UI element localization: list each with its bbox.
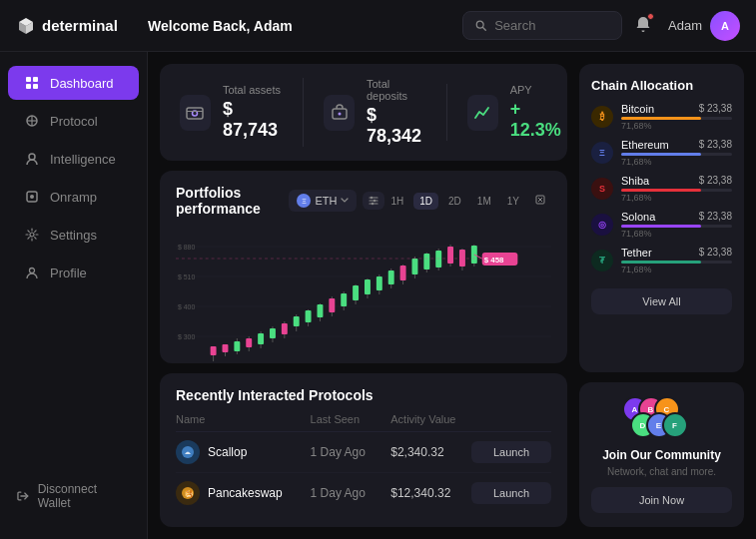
join-now-button[interactable]: Join Now [591,487,732,513]
apy-label: APY [510,84,567,96]
chain-item-ethereum: Ξ Ethereum $ 23,38 71,68% [591,139,732,167]
chart-area: $ 880 $ 510 $ 400 $ 300 $ 100 [176,227,551,363]
sidebar-label-protocol: Protocol [50,114,98,129]
scallop-last-seen: 1 Day Ago [311,445,391,459]
svg-rect-64 [353,285,359,300]
svg-point-9 [29,154,35,160]
search-input[interactable] [494,18,609,33]
apy-value: + 12.3% [510,99,567,141]
scallop-launch-button[interactable]: Launch [471,441,551,463]
svg-rect-50 [270,328,276,338]
time-1h[interactable]: 1H [384,193,409,210]
chart-title: Portfolios performance [176,185,289,217]
dashboard-icon [24,75,40,91]
bitcoin-icon: ₿ [591,106,613,128]
eth-selector[interactable]: Ξ ETH [289,190,357,212]
svg-text:$ 300: $ 300 [178,333,195,340]
svg-text:🥞: 🥞 [185,489,194,498]
eth-label: ETH [315,195,337,207]
svg-rect-66 [365,279,371,294]
sidebar-label-profile: Profile [50,266,87,280]
chart-settings[interactable] [363,192,384,210]
time-2d[interactable]: 2D [442,193,467,210]
tether-info: Tether $ 23,38 71,68% [621,247,732,274]
protocol-name-scallop: Scallop [176,440,311,464]
stat-assets-info: Total assets $ 87,743 [223,84,283,141]
onramp-icon [24,189,40,205]
svg-rect-54 [294,316,300,326]
stat-total-deposits: Total deposits $ 78,342 [303,78,426,147]
shiba-info: Shiba $ 23,38 71,68% [621,175,732,203]
svg-rect-15 [187,108,203,119]
assets-value: $ 87,743 [223,99,283,141]
svg-rect-40 [211,346,217,355]
sidebar-item-onramp[interactable]: Onramp [8,180,139,214]
search-bar[interactable] [462,11,622,40]
tether-name: Tether [621,247,652,259]
content: Total assets $ 87,743 Total deposits [148,52,756,539]
svg-rect-80 [447,247,453,264]
chevron-down-icon [341,197,349,205]
bitcoin-pct: 71,68% [621,121,732,131]
svg-rect-4 [26,84,31,89]
ethereum-bar [621,153,701,156]
tether-bar [621,261,701,264]
bell-button[interactable] [634,15,652,36]
intelligence-icon [24,151,40,167]
sidebar-bottom: Disconnect Wallet [0,465,147,527]
disconnect-label: Disconnect Wallet [38,482,131,510]
svg-text:$ 880: $ 880 [178,244,195,251]
svg-rect-76 [423,254,429,270]
logo-text: determinal [42,17,118,34]
protocol-avatar-pancakeswap: 🥞 [176,481,200,505]
sidebar-label-settings: Settings [50,228,97,243]
ethereum-info: Ethereum $ 23,38 71,68% [621,139,732,167]
time-controls: 1H 1D 2D 1M 1Y [384,192,551,210]
shiba-icon: S [591,178,613,200]
sidebar-item-profile[interactable]: Profile [8,256,139,289]
community-title: Join Our Community [602,448,721,462]
svg-rect-68 [377,276,382,290]
stat-total-assets: Total assets $ 87,743 [180,84,283,141]
svg-rect-46 [246,338,252,347]
solona-bar-bg [621,225,732,228]
col-activity: Activity Value [390,413,471,425]
sidebar-item-dashboard[interactable]: Dashboard [8,66,139,100]
col-name: Name [176,413,311,425]
table-row: 🥞 Pancakeswap 1 Day Ago $12,340.32 Launc… [176,473,551,513]
time-all[interactable] [529,192,551,210]
bitcoin-bar [621,117,701,120]
disconnect-wallet-button[interactable]: Disconnect Wallet [8,473,139,519]
deposits-label: Total deposits [367,78,426,102]
solona-bar [621,225,701,228]
svg-rect-42 [223,344,229,352]
shiba-pct: 71,68% [621,193,732,203]
settings-icon [24,227,40,243]
ethereum-value: $ 23,38 [699,139,732,151]
bitcoin-name: Bitcoin [621,103,654,115]
sidebar-item-settings[interactable]: Settings [8,218,139,252]
sidebar-label-onramp: Onramp [50,190,97,205]
community-avatar-6: F [662,412,688,438]
ethereum-icon: Ξ [591,142,613,164]
sidebar-item-intelligence[interactable]: Intelligence [8,142,139,176]
pancakeswap-launch-button[interactable]: Launch [471,482,551,504]
user-name: Adam [668,18,702,33]
pancakeswap-label: Pancakeswap [208,486,283,500]
solona-name: Solona [621,211,655,223]
user-menu[interactable]: Adam A [668,11,740,41]
assets-icon [180,95,211,131]
shiba-name: Shiba [621,175,649,187]
svg-rect-48 [258,333,264,344]
logo-icon [16,16,36,36]
logo[interactable]: determinal [16,16,136,36]
svg-rect-60 [329,298,335,312]
community-panel: A B C D E F Join Our Community Network, … [579,382,744,527]
apy-icon [467,95,498,131]
time-1m[interactable]: 1M [471,193,497,210]
svg-rect-58 [317,304,323,317]
time-1y[interactable]: 1Y [501,193,525,210]
view-all-button[interactable]: View All [591,288,732,314]
time-1d[interactable]: 1D [413,193,438,210]
sidebar-item-protocol[interactable]: Protocol [8,104,139,138]
